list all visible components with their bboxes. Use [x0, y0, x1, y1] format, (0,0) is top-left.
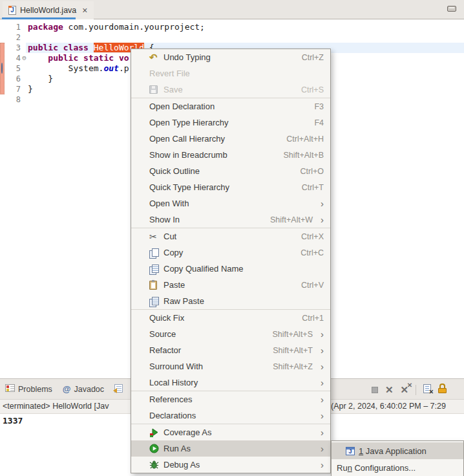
line-number: 2 — [8, 32, 21, 43]
menu-item-open-type-hierarchy[interactable]: Open Type HierarchyF4 — [131, 114, 330, 131]
menu-item-source[interactable]: SourceShift+Alt+S› — [131, 326, 330, 342]
menu-item-raw-paste[interactable]: Raw Paste — [131, 293, 330, 309]
menu-item-label: Debug As — [163, 460, 200, 470]
panel-tab-declaration[interactable] — [114, 384, 123, 395]
fold-gutter — [21, 84, 28, 94]
annotation-gutter[interactable] — [0, 94, 8, 105]
raw-paste-icon — [149, 297, 163, 306]
menu-item-open-with[interactable]: Open With› — [131, 195, 330, 211]
debug-icon — [149, 460, 163, 470]
menu-item-surround-with[interactable]: Surround WithShift+Alt+Z› — [131, 358, 330, 374]
menu-item-show-in-breadcrumb[interactable]: Show in BreadcrumbShift+Alt+B — [131, 147, 330, 163]
menu-item-quick-type-hierarchy[interactable]: Quick Type HierarchyCtrl+T — [131, 179, 330, 195]
menu-item-shortcut: Ctrl+C — [301, 248, 324, 257]
menu-item-shortcut: Ctrl+S — [301, 85, 324, 94]
menu-item-shortcut: F4 — [314, 118, 324, 127]
menu-item-cut[interactable]: ✂CutCtrl+X — [131, 228, 330, 244]
menu-item-debug-as[interactable]: Debug As› — [131, 457, 330, 473]
line-number: 4 — [8, 53, 21, 63]
problems-icon — [5, 384, 15, 394]
menu-item-local-history[interactable]: Local History› — [131, 374, 330, 391]
menu-item-shortcut: Ctrl+Z — [302, 53, 324, 62]
close-icon[interactable]: × — [82, 5, 87, 16]
submenu-arrow-icon: › — [321, 345, 324, 355]
menu-item-copy[interactable]: CopyCtrl+C — [131, 244, 330, 261]
menu-item-label: Quick Fix — [149, 313, 184, 323]
menu-item-shortcut: Ctrl+V — [301, 281, 324, 290]
code-text: package com.yourdomain.yourproject; — [28, 22, 205, 32]
menu-item-run-as[interactable]: Run As› — [131, 440, 330, 457]
annotation-gutter[interactable] — [0, 74, 8, 84]
submenu-arrow-icon: › — [321, 444, 324, 453]
menu-item-shortcut: Ctrl+T — [302, 183, 324, 192]
menu-item-shortcut: Shift+Alt+W — [270, 215, 313, 224]
tab-helloworld-java[interactable]: J HelloWorld.java × — [3, 1, 94, 19]
breakpoint-marker[interactable] — [0, 63, 8, 74]
menu-item-label: Open Call Hierarchy — [149, 134, 225, 144]
annotation-gutter[interactable] — [0, 53, 8, 63]
submenu-item-label: 1 Java Application — [359, 446, 427, 456]
cut-icon: ✂ — [149, 232, 163, 241]
submenu-arrow-icon: › — [321, 411, 324, 420]
submenu-arrow-icon: › — [321, 395, 324, 404]
menu-item-open-call-hierarchy[interactable]: Open Call HierarchyCtrl+Alt+H — [131, 131, 330, 147]
panel-tab-javadoc[interactable]: @Javadoc — [63, 385, 104, 394]
line-number: 5 — [8, 63, 21, 74]
fold-gutter — [21, 63, 28, 74]
menu-item-label: Paste — [163, 280, 185, 290]
submenu-item-1-java-application[interactable]: J1 Java Application — [332, 442, 463, 459]
menu-item-label: Raw Paste — [163, 296, 204, 306]
panel-tab-problems[interactable]: Problems — [5, 384, 52, 394]
menu-item-shortcut: Shift+Alt+Z — [273, 362, 313, 371]
menu-item-shortcut: Ctrl+1 — [302, 314, 324, 323]
fold-gutter — [21, 94, 28, 105]
remove-all-terminated-icon[interactable]: ✕✕ — [401, 384, 409, 396]
active-tab-indicator — [2, 17, 76, 19]
fold-gutter — [21, 43, 28, 53]
annotation-gutter[interactable] — [0, 32, 8, 43]
coverage-icon — [149, 427, 163, 438]
menu-item-shortcut: Shift+Alt+B — [283, 151, 324, 160]
remove-launch-icon[interactable]: ✕ — [385, 384, 394, 396]
copy-qualified-icon — [149, 265, 163, 274]
menu-item-quick-fix[interactable]: Quick FixCtrl+1 — [131, 310, 330, 326]
menu-item-label: Quick Type Hierarchy — [149, 182, 229, 192]
panel-tab-label: Javadoc — [74, 385, 104, 394]
fold-gutter — [21, 22, 28, 32]
menu-item-label: Quick Outline — [149, 166, 200, 176]
scroll-lock-icon[interactable] — [438, 384, 447, 396]
panel-tab-label: Problems — [18, 385, 52, 394]
console-toolbar: ✕✕✕✕ — [372, 384, 447, 396]
menu-item-paste[interactable]: PasteCtrl+V — [131, 277, 330, 293]
menu-item-revert-file: Revert File — [131, 65, 330, 81]
menu-item-label: Save — [163, 85, 183, 94]
javadoc-icon: @ — [63, 385, 71, 394]
submenu-arrow-icon: › — [321, 460, 324, 470]
submenu-item-label: Run Configurations... — [337, 463, 416, 473]
code-text: } — [28, 84, 33, 94]
clear-console-icon[interactable]: ✕ — [423, 384, 431, 396]
editor-context-menu: ↶Undo TypingCtrl+ZRevert FileSaveCtrl+SO… — [131, 49, 331, 473]
annotation-gutter[interactable] — [0, 84, 8, 94]
annotation-gutter[interactable] — [0, 22, 8, 32]
menu-item-undo-typing[interactable]: ↶Undo TypingCtrl+Z — [131, 49, 330, 65]
menu-item-label: Revert File — [149, 69, 190, 78]
menu-item-shortcut: Ctrl+O — [301, 167, 324, 176]
menu-item-copy-qualified-name[interactable]: Copy Qualified Name — [131, 261, 330, 277]
menu-item-label: Run As — [163, 444, 191, 453]
menu-item-coverage-as[interactable]: Coverage As› — [131, 424, 330, 440]
minimize-icon[interactable] — [447, 6, 456, 12]
console-title-timestamp: (Apr 2, 2024, 6:40:02 PM – 7:29 — [331, 400, 446, 413]
menu-item-show-in[interactable]: Show InShift+Alt+W› — [131, 211, 330, 228]
annotation-gutter[interactable] — [0, 43, 8, 53]
menu-item-open-declaration[interactable]: Open DeclarationF3 — [131, 98, 330, 114]
menu-item-label: Show In — [149, 215, 180, 224]
menu-item-quick-outline[interactable]: Quick OutlineCtrl+O — [131, 163, 330, 179]
menu-item-declarations[interactable]: Declarations› — [131, 407, 330, 424]
undo-icon: ↶ — [149, 52, 163, 62]
menu-item-references[interactable]: References› — [131, 391, 330, 407]
submenu-item-run-configurations[interactable]: Run Configurations... — [332, 459, 463, 476]
menu-item-refactor[interactable]: RefactorShift+Alt+T› — [131, 342, 330, 358]
breakpoint-icon — [1, 63, 3, 74]
fold-collapse-icon[interactable]: ⊖ — [21, 53, 28, 63]
